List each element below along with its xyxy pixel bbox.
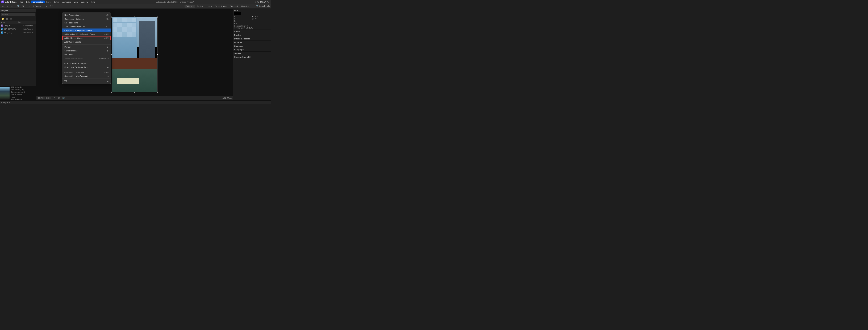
toolbar-select-btn[interactable]: ↖ [5,4,9,8]
toolbar-home-btn[interactable]: ⌂ [1,4,5,8]
paragraph-section[interactable]: Paragraph [233,48,271,52]
audio-section-title: Audio [234,30,270,32]
timeline-header: Comp 1 ✕ [0,101,271,104]
menu-item-responsive-design[interactable]: Responsive Design — Time ▶ [62,65,111,69]
audio-section[interactable]: Audio [233,30,271,33]
edit-menu-item[interactable]: Edit [25,1,31,3]
thumb-codec: Millions of colors [11,93,35,96]
menu-item-comp-mini-flowchart[interactable]: Composition Mini-Flowchart ⇥ [62,74,111,78]
libraries-section[interactable]: Libraries [233,41,271,44]
workspace-tab-learn[interactable]: Learn [205,5,213,8]
workspace-tab-review[interactable]: Review [196,5,205,8]
col-name-header: Name [1,21,18,23]
toolbar-undo-btn[interactable]: ↩ [27,4,31,8]
help-menu-item[interactable]: Help [90,1,96,3]
content-aware-fill-section[interactable]: Content-Aware Fill [233,55,271,59]
region-interest-label: Region of Interest: [234,25,270,27]
dropdown-overlay: New Composition… ⌘N Composition Settings… [36,9,232,100]
effects-presets-section[interactable]: Effects & Presets [233,37,271,41]
workspace-sep [251,5,251,8]
paragraph-section-title: Paragraph [234,49,270,51]
info-panel-title: Info [234,9,270,11]
project-settings-btn[interactable]: ⚙ [9,17,13,21]
video-icon-2: ▶ [1,31,3,34]
col-type-header: Type [18,21,32,23]
menu-item-add-render[interactable]: Add to Render Queue ⌥⌘M [62,36,111,40]
center-area: New Composition… ⌘N Composition Settings… [36,9,232,100]
menu-item-add-output[interactable]: Add Output Module [62,40,111,44]
menu-item-save-frame[interactable]: Save Frame As ▶ [62,49,111,53]
menu-item-preview[interactable]: Preview ▶ [62,45,111,49]
toolbar-zoom-btn[interactable]: 🔍 [17,4,20,8]
info-label-a: A: 0 [234,22,252,24]
preview-section[interactable]: Preview [233,33,271,37]
project-item-name-comp1: Comp 1 [4,25,23,27]
preview-section-title: Preview [234,34,270,36]
snapping-icon: ⊕ [33,5,35,7]
character-section[interactable]: Character [233,44,271,48]
menu-item-set-poster-time[interactable]: Set Poster Time [62,21,111,25]
toolbar-pen-btn[interactable]: ✒ [10,4,14,8]
timeline-area: Comp 1 ✕ 0;00;00;00 🔍 |◀ ◀ ▶ ▶| 🔁 🔊 [0,100,271,104]
file-menu-item[interactable]: File [19,1,25,3]
menu-item-comp-settings[interactable]: Composition Settings… ⌘K [62,17,111,21]
workspace-tab-small-screen[interactable]: Small Screen [214,5,228,8]
timeline-tab-close-icon[interactable]: ✕ [9,101,10,104]
libraries-section-title: Libraries [234,42,270,44]
workspace-tab-libraries[interactable]: Libraries [240,5,250,8]
tracker-section-title: Tracker [234,52,270,54]
snapping-btn[interactable]: ⊕ Snapping [32,5,44,8]
video-icon-1: ▶ [1,28,3,30]
menu-item-trim-comp[interactable]: Trim Comp to Work Area ⇧⌘X [62,25,111,28]
workspace-tab-default[interactable]: Default ≡ [185,5,195,8]
character-section-title: Character [234,45,270,47]
menu-item-save-preview: Save Current Preview… ⌘Numpad 0 [62,56,111,60]
menu-item-crop-comp[interactable]: Crop Comp to Region of Interest [62,28,111,32]
right-panel: Info R: X: -573 G: Y: -30 B: A: 0 Region… [232,9,271,100]
comp-icon: ▶ [1,25,3,27]
snapping-label: Snapping [35,5,43,7]
toolbar: ⌂ ↖ ✒ 🔍 ⊞ ↩ ⊕ Snapping ⤢ ⛶ Default ≡ Rev… [0,4,271,9]
tracker-section[interactable]: Tracker [233,52,271,55]
menu-item-new-comp[interactable]: New Composition… ⌘N [62,13,111,17]
project-search-input[interactable] [1,13,35,16]
project-item-name-mov1: IMG_2290.MOV [4,28,23,30]
toolbar-grid-btn[interactable]: ⊞ [21,4,25,8]
menu-bar-items: File Edit Composition Layer Effect Anima… [19,1,96,3]
project-item-mov1[interactable]: ▶ IMG_2290.MOV DXV3Med.rt [0,27,36,31]
toolbar-fullscreen-btn[interactable]: ⛶ [50,4,53,8]
composition-menu-item[interactable]: Composition [31,1,44,3]
toolbar-expand-btn[interactable]: ⤢ [45,4,49,8]
project-new-comp-btn[interactable]: 🎬 [5,17,9,21]
thumb-duration: δ 0;01;02;02, 30.00f [11,91,35,93]
project-items-list: ▶ Comp 1 Composition ▶ IMG_2290.MOV DXV3… [0,24,36,86]
project-search-area [0,12,36,17]
thumb-resolution: 1920 x 1080 (1.00) [11,88,35,91]
menu-item-comp-flowchart[interactable]: Composition Flowchart ⇧⌘M [62,71,111,74]
info-value-y: Y: -30 [252,18,270,20]
project-item-type-comp1: Composition [24,25,36,27]
menu-sep-1 [62,44,111,45]
project-item-mov2[interactable]: ▶ IMG_229_V DXV3Med.rt [0,31,36,34]
window-menu-item[interactable]: Window [80,1,89,3]
timeline-tab-label: Comp 1 [1,102,8,104]
menu-bar-right: Fri Jul 29 1:04 PM [254,1,270,3]
menu-item-vr[interactable]: VR ▶ [62,79,111,83]
menu-item-pre-render[interactable]: Pre-render… [62,53,111,56]
layer-menu-item[interactable]: Layer [45,1,53,3]
info-value-a [252,22,270,24]
workspace-more-btn[interactable]: >> [253,5,255,7]
timeline-tab-comp1[interactable]: Comp 1 ✕ [1,101,10,104]
project-item-comp1[interactable]: ▶ Comp 1 Composition [0,24,36,27]
animation-menu-item[interactable]: Animation [61,1,72,3]
workspace-tab-standard[interactable]: Standard [229,5,239,8]
info-value-x: X: -573 [252,16,270,18]
menu-item-add-encoder[interactable]: Add to Adobe Media Encoder Queue ⌥⌘M [62,32,111,36]
search-help-btn[interactable]: 🔍 Search Help [256,5,270,7]
thumb-name: IMG_2290.MOV [11,86,35,88]
region-interest-value: T:0, L:0, B:2154, R:1245 [234,27,270,29]
effect-menu-item[interactable]: Effect [53,1,61,3]
menu-item-open-essential[interactable]: Open in Essential Graphics [62,61,111,65]
view-menu-item[interactable]: View [72,1,80,3]
project-new-folder-btn[interactable]: 📁 [1,17,4,21]
